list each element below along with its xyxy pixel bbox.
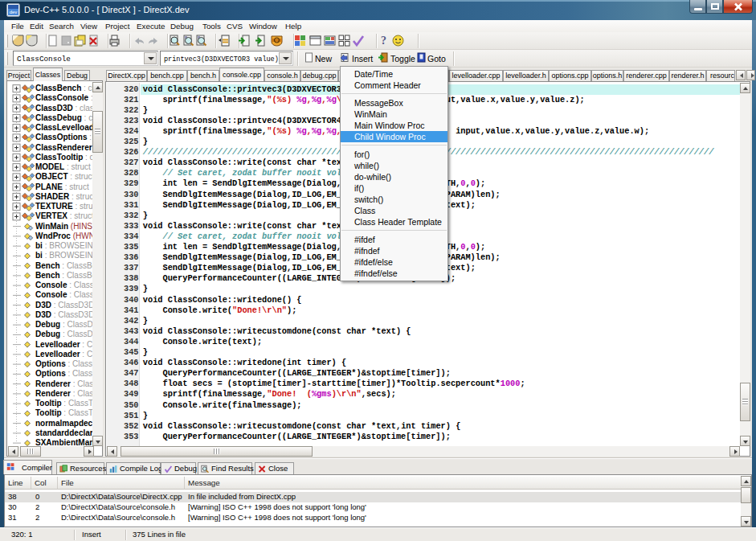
svg-text:?: ? [381, 35, 386, 47]
svg-text:dev: dev [10, 10, 18, 14]
